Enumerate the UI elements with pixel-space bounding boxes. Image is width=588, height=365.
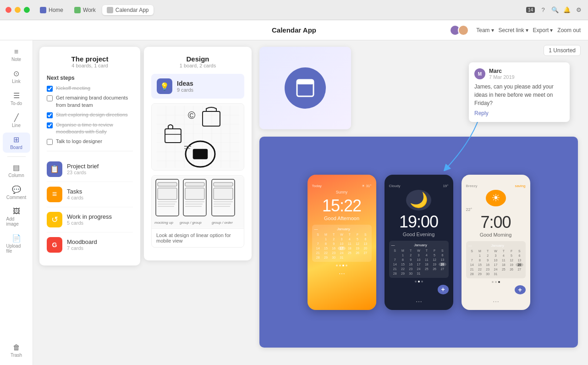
svg-text:mocking up: mocking up bbox=[154, 221, 173, 225]
sidebar-item-line[interactable]: ╱ Line bbox=[3, 111, 30, 131]
titlebar-right: 14 ? 🔍 🔔 ⚙ bbox=[526, 6, 583, 14]
team-button[interactable]: Team ▾ bbox=[476, 27, 494, 33]
project-card[interactable]: The project 4 boards, 1 card Next steps … bbox=[39, 47, 140, 265]
checklist-check-1[interactable] bbox=[47, 86, 53, 92]
sidebar-item-board[interactable]: ⊞ Board bbox=[3, 133, 30, 153]
app-icon-circle bbox=[285, 67, 326, 109]
checklist-item-4[interactable]: Organise a time to review moodboards wit… bbox=[47, 122, 133, 136]
phone-light: Breezy saving ☀ 22° 7:00 Good Morning — … bbox=[462, 175, 530, 310]
checklist-label-2: Get remaining brand documents from brand… bbox=[56, 94, 133, 109]
sidebar-item-trash[interactable]: 🗑 Trash bbox=[3, 341, 30, 360]
checklist-item-2[interactable]: Get remaining brand documents from brand… bbox=[47, 94, 133, 109]
checklist-check-5[interactable] bbox=[47, 139, 53, 145]
svg-rect-26 bbox=[158, 188, 177, 199]
avatar-2 bbox=[458, 25, 469, 36]
phone-dark-time: 19:00 bbox=[399, 212, 438, 232]
line-icon: ╱ bbox=[14, 113, 19, 122]
next-steps-label: Next steps bbox=[47, 75, 133, 81]
trash-icon: 🗑 bbox=[13, 343, 20, 352]
bell-icon[interactable]: 🔔 bbox=[563, 6, 571, 14]
list-card-moodboard[interactable]: G Moodboard 7 cards bbox=[47, 232, 133, 257]
svg-rect-31 bbox=[185, 182, 204, 186]
sidebar-item-note[interactable]: ≡ Note bbox=[3, 45, 30, 65]
design-title: Design bbox=[151, 55, 244, 63]
tasks-subtitle: 4 cards bbox=[67, 195, 83, 200]
brief-icon: 📋 bbox=[47, 161, 62, 177]
comment-icon: 💬 bbox=[12, 185, 21, 194]
phone-dark-add-btn[interactable]: + bbox=[438, 285, 449, 294]
settings-icon[interactable]: ⚙ bbox=[575, 6, 583, 14]
sidebar-item-comment[interactable]: 💬 Comment bbox=[3, 182, 30, 203]
list-card-wip[interactable]: ↺ Work in progress 5 cards bbox=[47, 207, 133, 232]
checklist-item-5[interactable]: Talk to logo designer bbox=[47, 138, 133, 145]
checklist-item-3[interactable]: Start exploring design directions bbox=[47, 111, 133, 118]
phone-light-top: Breezy saving bbox=[466, 184, 526, 188]
phone-orange-calendar: — January SMTWTFS 123456 78910111213 141… bbox=[312, 225, 372, 262]
tab-home[interactable]: Home bbox=[35, 5, 68, 15]
ideas-card[interactable]: 💡 Ideas 9 cards bbox=[151, 74, 244, 99]
traffic-lights bbox=[5, 7, 30, 13]
home-icon bbox=[40, 7, 46, 13]
secret-link-button[interactable]: Secret link ▾ bbox=[499, 27, 528, 33]
app-icon-card[interactable] bbox=[259, 47, 351, 129]
team-avatars bbox=[450, 25, 469, 36]
phone-light-add-btn[interactable]: + bbox=[515, 285, 526, 294]
checklist-label-4: Organise a time to review moodboards wit… bbox=[56, 122, 133, 136]
list-card-brief[interactable]: 📋 Project brief 23 cards bbox=[47, 157, 133, 182]
svg-rect-25 bbox=[158, 182, 177, 186]
sketch-card-2[interactable]: mocking up group / group group / order L… bbox=[151, 175, 244, 248]
comment-date: 7 Mar 2019 bbox=[489, 74, 515, 80]
svg-rect-20 bbox=[193, 149, 207, 159]
project-subtitle: 4 boards, 1 card bbox=[47, 63, 133, 68]
design-card[interactable]: Design 1 board, 2 cards 💡 Ideas 9 cards bbox=[144, 47, 252, 260]
search-icon[interactable]: 🔍 bbox=[551, 6, 559, 14]
mobile-screens-card: Today ☀ 31° Sunny 15:22 Good Afternoon —… bbox=[259, 137, 578, 348]
sidebar-item-todo[interactable]: ☰ To-do bbox=[3, 88, 30, 109]
checklist-item-1[interactable]: Kickoff meeting bbox=[47, 85, 133, 92]
phone-light-time: 7:00 bbox=[480, 213, 511, 232]
ideas-title: Ideas bbox=[177, 80, 193, 87]
svg-rect-46 bbox=[297, 80, 313, 84]
ideas-subtitle: 9 cards bbox=[177, 87, 193, 93]
main-layout: ≡ Note ⊙ Link ☰ To-do ╱ Line ⊞ Board ▤ C… bbox=[0, 40, 588, 365]
sidebar-item-upload-file[interactable]: 📄 Upload file bbox=[3, 231, 30, 256]
tab-home-label: Home bbox=[49, 7, 63, 13]
sidebar-item-add-image[interactable]: 🖼 Add image bbox=[3, 205, 30, 229]
question-icon[interactable]: ? bbox=[539, 6, 547, 14]
zoom-out-button[interactable]: Zoom out bbox=[557, 27, 581, 33]
design-subtitle: 1 board, 2 cards bbox=[151, 63, 244, 68]
phone-light-calendar: — January SMTWTFS 123456 78910111213 141… bbox=[466, 241, 526, 278]
sketch-card-1[interactable]: © bbox=[151, 103, 244, 171]
svg-rect-37 bbox=[214, 182, 233, 186]
svg-text:©: © bbox=[188, 110, 195, 121]
project-title: The project bbox=[47, 55, 133, 63]
work-icon bbox=[74, 7, 81, 13]
calendar-icon bbox=[107, 7, 113, 13]
checklist-check-3[interactable] bbox=[47, 112, 53, 118]
toolbar-title: Calendar App bbox=[272, 26, 316, 34]
close-button[interactable] bbox=[5, 7, 11, 13]
sketch-image-1: © bbox=[152, 104, 244, 170]
unsorted-badge[interactable]: 1 Unsorted bbox=[544, 45, 581, 56]
export-button[interactable]: Export ▾ bbox=[533, 27, 553, 33]
minimize-button[interactable] bbox=[15, 7, 21, 13]
sidebar-item-column[interactable]: ▤ Column bbox=[3, 160, 30, 181]
tab-calendar[interactable]: Calendar App bbox=[102, 5, 154, 15]
checklist-label-3: Start exploring design directions bbox=[56, 111, 128, 118]
comment-text: James, can you please add your ideas in … bbox=[474, 83, 564, 107]
checklist-check-2[interactable] bbox=[47, 95, 53, 101]
maximize-button[interactable] bbox=[24, 7, 30, 13]
svg-text:group / order: group / order bbox=[212, 221, 233, 225]
sidebar-item-link[interactable]: ⊙ Link bbox=[3, 66, 30, 87]
tab-work[interactable]: Work bbox=[70, 5, 100, 15]
tasks-title: Tasks bbox=[67, 188, 83, 195]
checklist-check-4[interactable] bbox=[47, 122, 53, 128]
reply-button[interactable]: Reply bbox=[474, 110, 564, 116]
tab-work-label: Work bbox=[83, 7, 96, 13]
phone-dark-top: Cloudy 19° bbox=[389, 184, 449, 188]
svg-rect-38 bbox=[214, 188, 233, 199]
tab-count: 14 bbox=[526, 7, 535, 13]
list-card-tasks[interactable]: ≡ Tasks 4 cards bbox=[47, 182, 133, 207]
card-divider-1 bbox=[47, 151, 133, 151]
moodboard-icon: G bbox=[47, 237, 62, 253]
